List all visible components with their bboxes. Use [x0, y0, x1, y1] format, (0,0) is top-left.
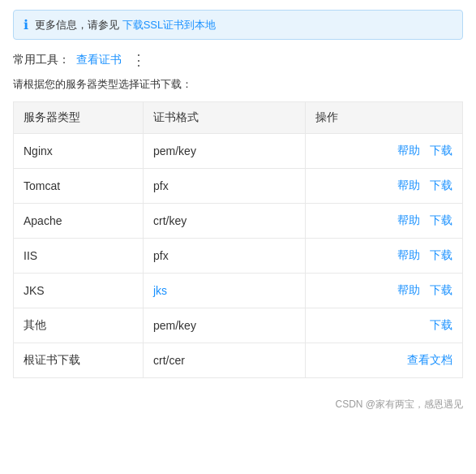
server-cell-root: 根证书下载	[14, 343, 144, 378]
subtitle-text: 请根据您的服务器类型选择证书下载：	[13, 77, 463, 92]
action-cell-iis: 帮助下载	[306, 239, 463, 274]
format-cell-nginx: pem/key	[144, 134, 306, 169]
format-cell-root: crt/cer	[144, 343, 306, 378]
action-group-iis: 帮助下载	[315, 248, 452, 263]
info-icon: ℹ	[24, 17, 28, 32]
download-btn-jks[interactable]: 下载	[430, 283, 452, 298]
table-header-row: 服务器类型 证书格式 操作	[14, 102, 463, 134]
download-btn-apache[interactable]: 下载	[430, 213, 452, 228]
format-cell-other: pem/key	[144, 308, 306, 343]
action-cell-apache: 帮助下载	[306, 204, 463, 239]
format-cell-tomcat: pfx	[144, 169, 306, 204]
action-group-jks: 帮助下载	[315, 283, 452, 298]
info-bar: ℹ 更多信息，请参见 下载SSL证书到本地	[13, 10, 463, 40]
action-cell-jks: 帮助下载	[306, 274, 463, 308]
help-btn-nginx[interactable]: 帮助	[397, 144, 420, 158]
action-cell-nginx: 帮助下载	[306, 134, 463, 169]
help-btn-apache[interactable]: 帮助	[397, 213, 420, 228]
server-cell-nginx: Nginx	[14, 134, 144, 169]
action-cell-other: 下载	[306, 308, 463, 343]
more-options-button[interactable]: ⋮	[128, 53, 149, 67]
col-format-header: 证书格式	[144, 102, 306, 134]
format-cell-apache: crt/key	[144, 204, 306, 239]
table-row: JKSjks帮助下载	[14, 274, 463, 308]
help-btn-jks[interactable]: 帮助	[397, 283, 420, 298]
action-group-nginx: 帮助下载	[315, 144, 452, 158]
server-cell-apache: Apache	[14, 204, 144, 239]
format-cell-iis: pfx	[144, 239, 306, 274]
download-btn-nginx[interactable]: 下载	[430, 144, 452, 158]
action-cell-tomcat: 帮助下载	[306, 169, 463, 204]
ssl-download-link[interactable]: 下载SSL证书到本地	[122, 19, 217, 31]
info-prefix: 更多信息，请参见	[35, 19, 119, 31]
action-group-tomcat: 帮助下载	[315, 179, 452, 193]
table-row: Tomcatpfx帮助下载	[14, 169, 463, 204]
download-btn-tomcat[interactable]: 下载	[430, 179, 452, 193]
server-cell-iis: IIS	[14, 239, 144, 274]
toolbar-label: 常用工具：	[13, 53, 70, 67]
cert-table: 服务器类型 证书格式 操作 Nginxpem/key帮助下载Tomcatpfx帮…	[13, 101, 463, 378]
table-row: 其他pem/key下载	[14, 308, 463, 343]
server-cell-other: 其他	[14, 308, 144, 343]
action-group-other: 下载	[315, 318, 452, 333]
help-btn-iis[interactable]: 帮助	[397, 248, 420, 263]
table-row: IISpfx帮助下载	[14, 239, 463, 274]
table-row: Nginxpem/key帮助下载	[14, 134, 463, 169]
server-cell-tomcat: Tomcat	[14, 169, 144, 204]
action-group-root: 查看文档	[315, 353, 452, 368]
doc-btn-root[interactable]: 查看文档	[407, 353, 452, 368]
server-cell-jks: JKS	[14, 274, 144, 308]
action-group-apache: 帮助下载	[315, 213, 452, 228]
view-cert-link[interactable]: 查看证书	[76, 53, 122, 67]
format-cell-jks: jks	[144, 274, 306, 308]
download-btn-other[interactable]: 下载	[430, 318, 452, 333]
col-action-header: 操作	[306, 102, 463, 134]
footer-text: CSDN @家有两宝，感恩遇见	[335, 399, 463, 410]
help-btn-tomcat[interactable]: 帮助	[397, 179, 420, 193]
table-row: 根证书下载crt/cer查看文档	[14, 343, 463, 378]
action-cell-root: 查看文档	[306, 343, 463, 378]
toolbar: 常用工具： 查看证书 ⋮	[13, 53, 463, 67]
info-text: 更多信息，请参见 下载SSL证书到本地	[35, 18, 216, 32]
col-server-header: 服务器类型	[14, 102, 144, 134]
download-btn-iis[interactable]: 下载	[430, 248, 452, 263]
footer: CSDN @家有两宝，感恩遇见	[13, 398, 463, 412]
table-row: Apachecrt/key帮助下载	[14, 204, 463, 239]
